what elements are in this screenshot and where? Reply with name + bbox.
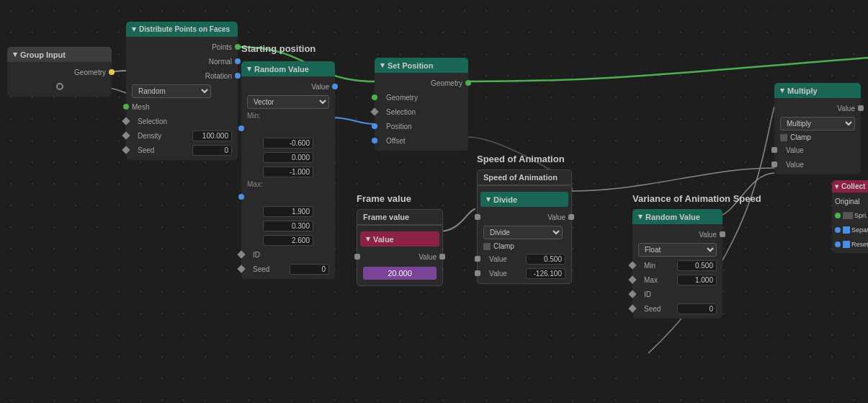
min-z-row: [241, 164, 335, 179]
multiply-body: Value Multiply Clamp Value Value: [774, 98, 861, 174]
divide-dropdown[interactable]: Divide: [483, 226, 563, 239]
empty-socket: [56, 83, 63, 90]
col-check3[interactable]: [843, 241, 850, 248]
multiply-header[interactable]: ▾ Multiply: [774, 83, 861, 98]
col-item2: Separ...: [851, 226, 868, 234]
col-row2: Separ...: [832, 223, 868, 237]
group-input-body: Geometry: [7, 62, 112, 97]
divide-val1-socket[interactable]: [475, 256, 480, 262]
col-socket1: [835, 213, 841, 218]
min-y-input[interactable]: [263, 152, 313, 163]
max-x-row: [241, 204, 335, 218]
mode-dropdown[interactable]: Random: [132, 84, 211, 98]
density-input[interactable]: [192, 130, 232, 141]
sp-sel-label: Selection: [386, 108, 416, 116]
seed-input[interactable]: [192, 145, 232, 156]
sp-geo-input-socket[interactable]: [372, 94, 377, 100]
min-x-input[interactable]: [263, 138, 313, 149]
chevron-icon-sp: ▾: [380, 61, 385, 70]
variance-rv-body: Value Float Min Max ID Seed: [632, 224, 722, 319]
speed-body: ▾ Divide Value Divide Clamp Value Value: [477, 185, 572, 284]
distribute-body: Points Normal Rotation Random Mesh Selec…: [126, 37, 238, 160]
sp-geometry-output: Geometry: [375, 76, 468, 90]
divide-val2-socket[interactable]: [475, 270, 480, 276]
max-x-input[interactable]: [263, 206, 313, 217]
max-y-input[interactable]: [263, 221, 313, 231]
var-type-dropdown[interactable]: Float: [638, 243, 717, 257]
col-check2[interactable]: [843, 226, 850, 234]
rv-type-dropdown[interactable]: Vector: [247, 95, 329, 109]
geometry-output-socket[interactable]: [109, 69, 115, 75]
col-socket2: [835, 227, 841, 233]
frame-value-outer-title: Frame value: [363, 213, 409, 221]
divide-inner-header[interactable]: ▾ Divide: [480, 192, 568, 207]
random-value-header[interactable]: ▾ Random Value: [241, 61, 335, 76]
max-z-input[interactable]: [263, 235, 313, 246]
mul-value-socket[interactable]: [858, 105, 864, 111]
sp-pos-socket[interactable]: [372, 123, 377, 129]
frame-value-outer-header[interactable]: Frame value: [357, 209, 443, 225]
sp-offset-socket[interactable]: [372, 138, 377, 143]
speed-outer-header[interactable]: Speed of Animation: [477, 169, 572, 185]
circle-row: [7, 79, 112, 94]
rv-seed-input[interactable]: [290, 264, 329, 275]
mul-value-label: Value: [837, 105, 855, 112]
col-item3: Reset...: [851, 241, 868, 248]
speed-outer-title: Speed of Animation: [483, 173, 558, 182]
rv-type-row: Vector: [241, 94, 335, 110]
fv-value-out-label: Value: [419, 253, 437, 261]
col-original-row: Original: [832, 194, 868, 208]
var-max-input[interactable]: [677, 275, 717, 285]
value-inner-header[interactable]: ▾ Value: [360, 231, 439, 247]
distribute-header[interactable]: ▾ Distribute Points on Faces: [126, 22, 238, 37]
points-socket[interactable]: [235, 44, 241, 50]
var-value-output: Value: [632, 227, 722, 242]
fv-value-input-socket[interactable]: [354, 254, 360, 260]
sp-offset-label: Offset: [386, 137, 406, 145]
col-original-label: Original: [835, 198, 859, 205]
divide-val1-input[interactable]: [526, 254, 565, 265]
normal-socket[interactable]: [235, 58, 241, 64]
geometry-row: Geometry: [7, 65, 112, 79]
fv-value-output-socket[interactable]: [439, 254, 445, 260]
divide-title: Divide: [493, 195, 517, 204]
frame-value-body: ▾ Value Value 20.000: [357, 225, 443, 286]
var-max-row: Max: [632, 273, 722, 287]
min-z-input[interactable]: [263, 167, 313, 177]
node-variance: ▾ Random Value Value Float Min Max ID: [632, 209, 722, 319]
var-seed-input[interactable]: [677, 304, 717, 314]
divide-val2-row: Value: [478, 266, 571, 280]
max-socket-row: [241, 190, 335, 204]
chevron-icon-divide: ▾: [486, 195, 491, 204]
max-z-row: [241, 233, 335, 247]
max-socket[interactable]: [238, 194, 244, 200]
var-id-label: ID: [644, 291, 651, 298]
clamp-checkbox[interactable]: [483, 243, 491, 250]
group-input-header[interactable]: ▾ Group Input: [7, 47, 112, 62]
divide-val1-row: Value: [478, 252, 571, 266]
mul-dropdown[interactable]: Multiply: [780, 117, 855, 130]
var-min-input[interactable]: [677, 260, 717, 271]
var-value-socket[interactable]: [720, 231, 725, 237]
mesh-input-socket[interactable]: [123, 104, 129, 110]
sp-geo-output-socket[interactable]: [465, 80, 471, 86]
selection-row: Selection: [126, 114, 238, 128]
rotation-socket[interactable]: [235, 73, 241, 79]
seed-row: Seed: [126, 143, 238, 157]
divide-value-in-socket[interactable]: [475, 214, 480, 220]
min-socket[interactable]: [238, 125, 244, 131]
random-value-title: Random Value: [254, 65, 309, 74]
mul-val2-socket[interactable]: [771, 161, 777, 167]
divide-dropdown-row: Divide: [478, 224, 571, 241]
collection-header[interactable]: ▾ Collect: [832, 180, 868, 192]
rv-value-socket[interactable]: [332, 84, 338, 89]
set-position-body: Geometry Geometry Selection Position Off…: [375, 73, 468, 151]
node-distribute: ▾ Distribute Points on Faces Points Norm…: [126, 22, 238, 160]
set-position-header[interactable]: ▾ Set Position: [375, 58, 468, 73]
divide-val2-input[interactable]: [526, 268, 565, 279]
variance-rv-header[interactable]: ▾ Random Value: [632, 209, 722, 224]
divide-value-out-socket[interactable]: [568, 214, 574, 220]
group-input-title: Group Input: [20, 50, 66, 59]
mul-val1-socket[interactable]: [771, 147, 777, 153]
mul-clamp-checkbox[interactable]: [780, 134, 787, 141]
